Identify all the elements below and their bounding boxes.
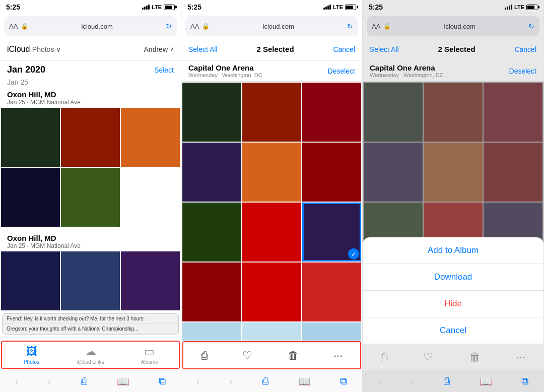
share-nav-btn-1[interactable]: ⎙	[81, 375, 87, 387]
photo-cell[interactable]	[121, 108, 180, 167]
bookmarks-btn-1[interactable]: 📖	[117, 375, 129, 387]
loc-sub-1: Jan 25 · MGM National Ave	[7, 99, 174, 106]
aa-label-2: AA	[190, 23, 199, 30]
hide-btn[interactable]: Hide	[363, 291, 543, 317]
photo-cell[interactable]	[242, 83, 301, 142]
albums-tab-label: Albums	[141, 359, 158, 365]
scroll-content-2: ✓	[181, 82, 362, 341]
refresh-icon-3[interactable]: ↻	[528, 22, 534, 30]
tabs-btn-3[interactable]: ⧉	[521, 375, 528, 387]
date-section-header-1: Jan 2020 Select	[0, 60, 181, 77]
select-all-btn-2[interactable]: Select All	[188, 45, 218, 53]
tab-bar-border-1: 🖼 Photos ☁ iCloud Links ▭ Albums	[1, 341, 180, 369]
trash-btn-2[interactable]: 🗑	[288, 349, 299, 362]
browser-nav-3: ‹ › ⎙ 📖 ⧉	[363, 370, 543, 392]
photo-cell-selected[interactable]: ✓	[302, 203, 361, 262]
address-bar-2[interactable]: AA 🔒 icloud.com ↻	[185, 16, 358, 36]
select-button-1[interactable]: Select	[154, 66, 174, 74]
cancel-sheet-btn[interactable]: Cancel	[363, 317, 543, 344]
loc-sub-2b: Wednesday · Washington, DC	[188, 72, 262, 78]
time-3: 5:25	[369, 3, 383, 11]
refresh-icon-1[interactable]: ↻	[166, 22, 172, 30]
loc-info-3: Capital One Arena Wednesday · Washington…	[370, 63, 444, 78]
photos-label-1: Photos ∨	[32, 45, 61, 53]
icloud-label-1: iCloud	[7, 45, 30, 53]
photo-cell[interactable]	[242, 322, 301, 341]
photo-cell[interactable]	[182, 322, 241, 341]
photo-cell[interactable]	[302, 83, 361, 142]
download-btn[interactable]: Download	[363, 264, 543, 291]
tabs-btn-2[interactable]: ⧉	[340, 375, 347, 387]
more-btn-2[interactable]: ···	[333, 349, 343, 362]
battery-icon-1	[164, 5, 175, 10]
brand-1: iCloud Photos ∨	[7, 45, 61, 54]
more-btn-3[interactable]: ···	[516, 351, 525, 364]
add-to-album-btn[interactable]: Add to Album	[363, 237, 543, 264]
photo-cell[interactable]	[182, 203, 241, 262]
loc-name-2: Oxon Hill, MD	[7, 234, 174, 242]
address-bar-3[interactable]: AA 🔒 icloud.com ↻	[367, 16, 539, 36]
photo-cell[interactable]	[302, 263, 361, 321]
tab-albums[interactable]: ▭ Albums	[120, 345, 179, 365]
tab-icloud-links[interactable]: ☁ iCloud Links	[61, 345, 120, 365]
bookmarks-btn-3[interactable]: 📖	[480, 375, 492, 387]
share-nav-btn-2[interactable]: ⎙	[262, 375, 268, 387]
photo-cell[interactable]	[182, 83, 241, 142]
share-btn-3[interactable]: ⎙	[381, 351, 387, 364]
location-section-3: Capital One Arena Wednesday · Washington…	[363, 60, 543, 82]
battery-icon-3	[526, 5, 537, 10]
photo-cell[interactable]	[242, 143, 301, 202]
photo-cell[interactable]	[302, 143, 361, 202]
msg-item-2: Gregson: your thoughts off with a Nation…	[3, 324, 178, 334]
photo-cell[interactable]	[182, 143, 241, 202]
tabs-btn-1[interactable]: ⧉	[159, 375, 166, 387]
photo-cell[interactable]	[61, 108, 120, 167]
photo-cell[interactable]	[242, 263, 301, 321]
forward-btn-1[interactable]: ›	[48, 375, 51, 387]
share-nav-btn-3[interactable]: ⎙	[444, 375, 450, 387]
photo-cell[interactable]	[302, 322, 361, 341]
photo-cell[interactable]	[1, 108, 60, 167]
location-header-1: Oxon Hill, MD Jan 25 · MGM National Ave	[0, 88, 181, 107]
heart-btn-2[interactable]: ♡	[242, 349, 252, 362]
deselect-btn-3[interactable]: Deselect	[509, 67, 536, 75]
photo-cell[interactable]	[1, 168, 60, 227]
signal-bars-2	[323, 5, 331, 10]
lte-label-3: LTE	[514, 4, 524, 10]
browser-nav-2: ‹ › ⎙ 📖 ⧉	[181, 370, 362, 392]
bookmarks-btn-2[interactable]: 📖	[298, 375, 311, 387]
share-btn-2[interactable]: ⎙	[201, 349, 208, 362]
user-name-1: Andrew	[144, 45, 168, 53]
refresh-icon-2[interactable]: ↻	[347, 22, 353, 30]
tab-photos[interactable]: 🖼 Photos	[2, 345, 61, 365]
aa-label-1: AA	[9, 23, 18, 30]
aa-label-3: AA	[372, 23, 380, 30]
deselect-btn-2[interactable]: Deselect	[328, 67, 355, 75]
back-btn-2[interactable]: ‹	[196, 375, 199, 387]
photo-grid-1a	[0, 107, 181, 228]
address-bar-1[interactable]: AA 🔒 icloud.com ↻	[4, 16, 177, 36]
photo-cell[interactable]	[242, 203, 301, 262]
lock-icon-2: 🔒	[202, 23, 210, 30]
cancel-btn-3[interactable]: Cancel	[514, 45, 536, 53]
forward-btn-3[interactable]: ›	[411, 375, 414, 387]
heart-btn-3[interactable]: ♡	[423, 351, 433, 364]
trash-btn-3[interactable]: 🗑	[469, 351, 481, 364]
date-label-1: Jan 2020	[7, 64, 45, 75]
back-btn-3[interactable]: ‹	[377, 375, 381, 387]
photo-cell[interactable]	[121, 251, 180, 310]
photo-cell	[121, 168, 180, 227]
photo-cell[interactable]	[61, 251, 120, 310]
time-2: 5:25	[187, 3, 201, 11]
cancel-btn-2[interactable]: Cancel	[333, 45, 355, 53]
photo-cell[interactable]	[61, 168, 120, 227]
overlay-bg[interactable]	[363, 82, 543, 237]
forward-btn-2[interactable]: ›	[229, 375, 233, 387]
select-all-btn-3[interactable]: Select All	[370, 45, 399, 53]
photo-cell[interactable]	[1, 251, 60, 310]
back-btn-1[interactable]: ‹	[15, 375, 18, 387]
loc-name-1: Oxon Hill, MD	[7, 90, 174, 99]
loc-name-3b: Capital One Arena	[370, 63, 444, 72]
photo-cell[interactable]	[182, 263, 241, 321]
phone-panel-1: 5:25 LTE AA 🔒 icloud.com ↻ iCloud Photos…	[0, 0, 181, 392]
